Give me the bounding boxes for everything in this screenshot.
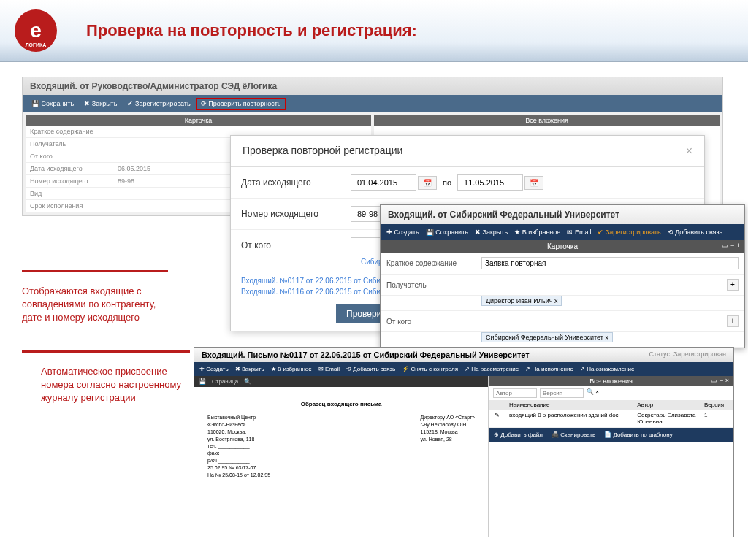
bottom-window-title: Входящий. Письмо №0117 от 22.06.2015 от …: [202, 350, 530, 359]
incoming-card-window: Входящий. от Сибирский Федеральный Униве…: [380, 204, 745, 348]
bottom-link-button[interactable]: ⟲ Добавить связь: [343, 364, 398, 374]
modal-date-label: Дата исходящего: [241, 177, 351, 188]
panel-controls[interactable]: ▭ − +: [722, 242, 740, 249]
refresh-icon: ⟳: [201, 100, 209, 107]
close-icon: ✖: [84, 100, 92, 107]
add-file-button[interactable]: ⊕ Добавить файл: [491, 430, 546, 440]
modal-from-label: От кого: [241, 240, 351, 250]
check-icon: ✔: [598, 229, 606, 236]
date-from-input[interactable]: [351, 174, 416, 191]
pdf-recipient: Директору АО «Старт» г-ну Некрасову О.Н …: [420, 414, 475, 478]
bottom-exec-button[interactable]: ↗ На исполнение: [522, 364, 576, 374]
modal-title: Проверка повторной регистрации: [243, 145, 402, 158]
bottom-review-button[interactable]: ↗ На рассмотрение: [462, 364, 522, 374]
bottom-agree-button[interactable]: ↗ На ознакомление: [577, 364, 638, 374]
card-save-button[interactable]: 💾 Сохранить: [423, 227, 471, 237]
link-icon: ⟲: [668, 229, 676, 236]
search-icon[interactable]: 🔍 ×: [587, 388, 599, 398]
card-favorite-button[interactable]: ★ В избранное: [511, 227, 563, 237]
card-section-head: Карточка ▭ − +: [381, 240, 744, 253]
bg-check-duplicate-button[interactable]: ⟳ Проверить повторность: [196, 98, 286, 110]
pdf-page: Образец входящего письма Выставочный Цен…: [200, 393, 482, 524]
bg-toolbar: 💾 Сохранить ✖ Закрыть ✔ Зарегистрировать…: [23, 95, 722, 112]
card-from-label: От кого: [386, 318, 481, 326]
bg-save-button[interactable]: 💾 Сохранить: [27, 98, 78, 110]
card-email-button[interactable]: ✉ Email: [564, 227, 594, 237]
pencil-icon[interactable]: ✎: [492, 412, 506, 425]
attachments-panel: Все вложения ▭ − × 🔍 × Наименование Авто…: [489, 376, 733, 537]
calendar-icon[interactable]: 📅: [418, 176, 437, 190]
scan-button[interactable]: 📠 Сканировать: [549, 430, 598, 440]
bottom-status: Статус: Зарегистрирован: [649, 350, 726, 359]
from-tag[interactable]: Сибирский Федеральный Университет х: [481, 332, 613, 342]
star-icon: ★: [514, 229, 522, 236]
bottom-email-button[interactable]: ✉ Email: [316, 364, 343, 374]
attach-toolbar: ⊕ Добавить файл 📠 Сканировать 📄 Добавить…: [489, 428, 733, 442]
bg-attach-panel-head: Все вложения: [374, 115, 720, 126]
card-window-title: Входящий. от Сибирский Федеральный Униве…: [381, 205, 744, 224]
bottom-toolbar: ✚ Создать ✖ Закрыть ★ В избранное ✉ Emai…: [194, 362, 733, 376]
add-recipient-button[interactable]: +: [727, 279, 739, 291]
attachment-row[interactable]: ✎ входящий 0 о расположении зданий.doc С…: [489, 410, 733, 428]
card-summary-label: Краткое содержание: [386, 259, 481, 267]
page-header: е Проверка на повторность и регистрация:: [0, 0, 748, 62]
attach-panel-head: Все вложения ▭ − ×: [489, 376, 733, 386]
save-icon: 💾: [426, 229, 436, 236]
calendar-icon[interactable]: 📅: [524, 176, 543, 190]
plus-icon: ✚: [386, 229, 394, 236]
pdf-save-icon[interactable]: 💾: [199, 378, 206, 385]
date-sep: по: [443, 178, 451, 187]
pdf-sender: Выставочный Центр «Экспо-Бизнес» 110020,…: [207, 414, 270, 478]
bg-close-button[interactable]: ✖ Закрыть: [80, 98, 121, 110]
bottom-fav-button[interactable]: ★ В избранное: [268, 364, 315, 374]
bottom-control-button[interactable]: ⚡ Снять с контроля: [399, 364, 461, 374]
add-template-button[interactable]: 📄 Добавить по шаблону: [601, 430, 676, 440]
card-close-button[interactable]: ✖ Закрыть: [472, 227, 511, 237]
pdf-page-label: Страница: [212, 378, 238, 385]
close-icon: ✖: [475, 229, 483, 236]
callout-autonumber: Автоматическое присвоение номера согласн…: [41, 365, 187, 405]
card-recipient-label: Получатель: [386, 281, 481, 289]
bg-window-title: Входящий. от Руководство/Администратор С…: [23, 77, 722, 95]
bottom-close-button[interactable]: ✖ Закрыть: [232, 364, 267, 374]
pdf-zoom-icon[interactable]: 🔍: [244, 378, 251, 385]
recipient-tag[interactable]: Директор Иван Ильич х: [481, 296, 562, 306]
check-icon: ✔: [127, 100, 135, 107]
logo: е: [15, 9, 57, 52]
attach-filter-version[interactable]: [540, 388, 584, 398]
attach-filter-author[interactable]: [493, 388, 537, 398]
add-from-button[interactable]: +: [727, 315, 739, 327]
callout-line-2: [22, 350, 190, 353]
attach-table-header: Наименование Автор Версия: [489, 400, 733, 410]
page-title: Проверка на повторность и регистрация:: [86, 21, 417, 40]
card-summary-input[interactable]: [481, 257, 739, 269]
attach-filter-row: 🔍 ×: [489, 386, 733, 400]
bg-register-button[interactable]: ✔ Зарегистрировать: [123, 98, 194, 110]
card-create-button[interactable]: ✚ Создать: [383, 227, 422, 237]
bottom-create-button[interactable]: ✚ Создать: [196, 364, 232, 374]
registered-document-window: Входящий. Письмо №0117 от 22.06.2015 от …: [194, 347, 734, 537]
card-addlink-button[interactable]: ⟲ Добавить связь: [665, 227, 726, 237]
callout-line-1: [22, 270, 168, 272]
pdf-toolbar[interactable]: 💾 Страница 🔍: [194, 376, 488, 387]
modal-close-button[interactable]: ×: [686, 145, 692, 158]
pdf-preview-panel: 💾 Страница 🔍 Образец входящего письма Вы…: [194, 376, 489, 537]
date-to-input[interactable]: [457, 174, 523, 191]
save-icon: 💾: [31, 100, 42, 107]
callout-duplicates: Отображаются входящие с совпадениями по …: [22, 285, 168, 325]
pdf-heading: Образец входящего письма: [207, 400, 475, 408]
modal-num-label: Номер исходящего: [241, 209, 351, 219]
mail-icon: ✉: [567, 229, 575, 236]
panel-controls[interactable]: ▭ − ×: [711, 377, 729, 384]
card-register-button[interactable]: ✔ Зарегистрировать: [595, 227, 663, 237]
bg-card-panel-head: Карточка: [26, 115, 371, 126]
card-toolbar: ✚ Создать 💾 Сохранить ✖ Закрыть ★ В избр…: [381, 224, 744, 240]
